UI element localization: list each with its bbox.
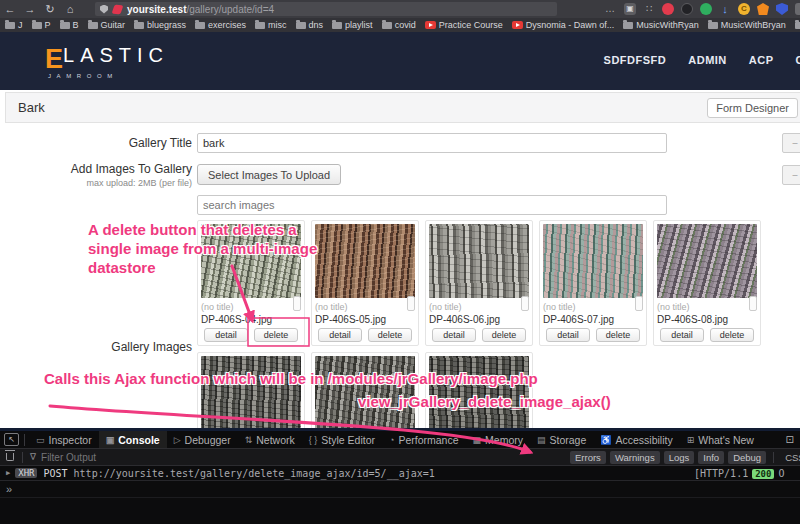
bookmark-folder[interactable]: Guitar — [88, 20, 126, 30]
screenshot-extension-icon[interactable]: ▣ — [624, 3, 636, 15]
filter-css-button[interactable]: CSS — [781, 451, 800, 464]
nav-item-sdfdfsfd[interactable]: SDFDFSFD — [604, 54, 667, 66]
coin-extension-icon[interactable]: C — [738, 3, 750, 15]
status-code-badge: 200 — [752, 469, 774, 479]
bookmark-folder[interactable]: playlist — [332, 20, 373, 30]
bookmark-folder[interactable]: MusicWithRyan — [623, 20, 699, 30]
downloads-icon[interactable]: ↓ — [719, 3, 731, 15]
bookmark-folder[interactable]: exercises — [195, 20, 246, 30]
delete-button[interactable]: delete — [254, 328, 298, 342]
style-editor-icon: { } — [309, 435, 318, 445]
drag-handle[interactable] — [407, 296, 415, 311]
bookmark-folder[interactable]: J — [5, 20, 23, 30]
bookmark-label: Guitar — [101, 20, 126, 30]
drag-handle[interactable] — [635, 296, 643, 311]
bookmark-youtube[interactable]: Practice Course — [425, 20, 503, 30]
response-status: [HTTP/1.1 200 O — [694, 466, 784, 481]
bookmark-folder[interactable]: B — [60, 20, 79, 30]
filter-output-input[interactable]: Filter Output — [41, 452, 96, 463]
bookmark-folder[interactable]: misc — [255, 20, 287, 30]
gallery-title-input[interactable] — [197, 133, 667, 153]
drag-handle[interactable] — [749, 296, 757, 311]
tab-storage[interactable]: ▤Storage — [530, 431, 593, 449]
detail-button[interactable]: detail — [660, 328, 704, 342]
form-designer-button[interactable]: Form Designer — [707, 98, 798, 118]
tab-debugger[interactable]: ▷Debugger — [167, 431, 238, 449]
request-url[interactable]: http://yoursite.test/gallery/delete_imag… — [74, 468, 435, 479]
bookmark-folder[interactable]: bluegrass — [134, 20, 186, 30]
detail-button[interactable]: detail — [204, 328, 248, 342]
bookmark-youtube[interactable]: Dysnomia - Dawn of... — [512, 20, 615, 30]
delete-button[interactable]: delete — [710, 328, 754, 342]
detail-button[interactable]: detail — [432, 328, 476, 342]
red-extension-icon[interactable] — [662, 3, 674, 15]
tab-inspector[interactable]: ▭Inspector — [29, 431, 99, 449]
debugger-icon: ▷ — [174, 435, 181, 445]
logo-main-text: LASTIC — [63, 44, 169, 66]
tab-accessibility[interactable]: ♿Accessibility — [593, 431, 679, 449]
drag-handle[interactable] — [293, 296, 301, 311]
clear-console-icon[interactable] — [6, 453, 14, 461]
tab-console[interactable]: ▣Console — [99, 431, 167, 449]
image-filename: DP-406S-06.jpg — [429, 313, 529, 326]
shield-extension-icon[interactable] — [776, 3, 788, 15]
toolbar-extensions: … ▣ ∷ ↓ C — [603, 0, 800, 18]
gallery-thumbnail — [543, 224, 643, 298]
gallery-grid-row-1: (no title) DP-406S-04.jpg detaildelete (… — [197, 220, 761, 346]
bookmark-folder[interactable]: dns — [296, 20, 324, 30]
element-picker-icon[interactable]: ↖ — [4, 433, 19, 446]
detail-button[interactable]: detail — [546, 328, 590, 342]
responsive-design-mode-icon[interactable]: ⊡ — [786, 434, 800, 445]
tab-memory[interactable]: ▦Memory — [466, 431, 530, 449]
help-button-clipped[interactable]: – — [782, 165, 800, 185]
tab-performance[interactable]: ◔Performance — [382, 431, 466, 449]
back-icon[interactable]: ← — [0, 3, 20, 15]
overflow-menu-icon[interactable]: … — [603, 3, 617, 15]
bookmark-folder[interactable]: MusicWithBryan — [708, 20, 786, 30]
tracking-protection-shield-icon[interactable] — [100, 5, 108, 14]
forward-icon[interactable]: → — [20, 3, 40, 15]
memory-icon: ▦ — [473, 435, 482, 445]
select-images-button[interactable]: Select Images To Upload — [197, 164, 341, 185]
nav-item-admin[interactable]: ADMIN — [688, 54, 727, 66]
filter-debug-button[interactable]: Debug — [728, 451, 766, 464]
home-icon[interactable]: ⌂ — [60, 3, 80, 15]
drag-handle[interactable] — [521, 296, 529, 311]
reload-icon[interactable]: ↻ — [40, 3, 60, 16]
bookmark-label: playlist — [345, 20, 373, 30]
console-prompt-icon[interactable]: » — [6, 483, 12, 495]
metamask-extension-icon[interactable] — [757, 3, 769, 15]
url-bar[interactable]: yoursite.test/gallery/update/id=4 — [95, 2, 557, 16]
clipped-extension-icon[interactable] — [795, 3, 800, 15]
nav-item-clipped[interactable]: C — [796, 54, 800, 66]
tab-style-editor[interactable]: { }Style Editor — [302, 431, 382, 449]
site-logo[interactable]: ELASTIC JAMROOM — [45, 44, 169, 79]
filter-logs-button[interactable]: Logs — [664, 451, 695, 464]
bookmark-label: B — [73, 20, 79, 30]
detail-button[interactable]: detail — [318, 328, 362, 342]
disclosure-triangle-icon[interactable]: ▶ — [6, 469, 10, 477]
evernote-extension-icon[interactable] — [700, 3, 712, 15]
http-version: [HTTP/1.1 — [694, 468, 748, 479]
bookmark-folder[interactable]: P — [32, 20, 51, 30]
delete-button[interactable]: delete — [482, 328, 526, 342]
delete-button[interactable]: delete — [368, 328, 412, 342]
extensions-grid-icon[interactable]: ∷ — [643, 3, 655, 15]
tab-network[interactable]: ⇅Network — [238, 431, 302, 449]
bookmark-folder[interactable]: covid — [382, 20, 416, 30]
dark-extension-icon[interactable] — [681, 3, 693, 15]
help-button-clipped[interactable]: – — [782, 133, 800, 153]
nav-item-acp[interactable]: ACP — [749, 54, 774, 66]
youtube-icon — [425, 21, 436, 29]
image-title: (no title) — [657, 302, 690, 312]
tab-whats-new[interactable]: ⊞What's New — [680, 431, 761, 449]
status-text-clipped: O — [778, 468, 784, 479]
bookmark-folder[interactable]: crypto — [795, 20, 800, 30]
delete-button[interactable]: delete — [596, 328, 640, 342]
filter-info-button[interactable]: Info — [698, 451, 724, 464]
search-images-input[interactable] — [197, 195, 667, 215]
bookmark-label: bluegrass — [147, 20, 186, 30]
filter-errors-button[interactable]: Errors — [570, 451, 606, 464]
filter-warnings-button[interactable]: Warnings — [610, 451, 660, 464]
gallery-card: (no title) DP-406S-06.jpg detaildelete — [425, 220, 533, 346]
